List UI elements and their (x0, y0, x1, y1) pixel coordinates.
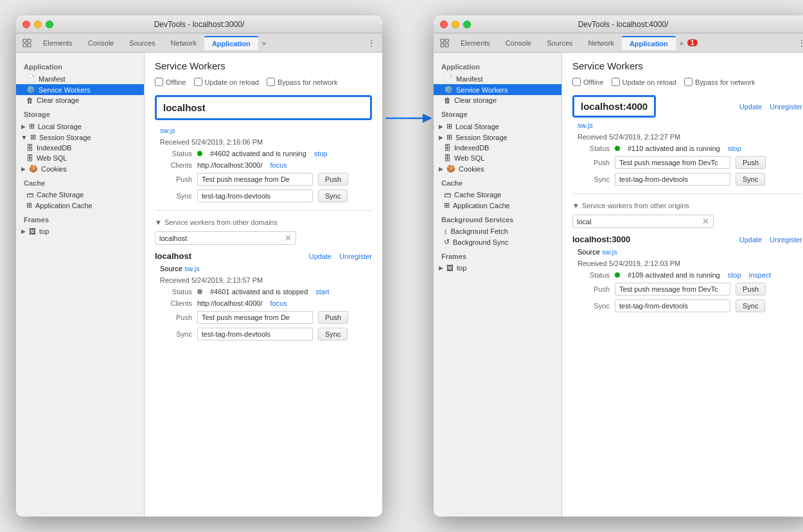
sync-button-p2[interactable]: Sync (736, 173, 765, 186)
search-input-2[interactable] (577, 218, 702, 226)
push-button-1[interactable]: Push (318, 173, 348, 186)
sw-js-link-2[interactable]: sw.js (184, 265, 200, 272)
sidebar-item-clearstorage-1[interactable]: 🗑 Clear storage (16, 95, 144, 105)
localhost4000-label-2: localhost:4000 (581, 101, 648, 112)
sidebar-item-websql-2[interactable]: 🗄 Web SQL (434, 153, 561, 163)
sw-js-link-1[interactable]: sw.js (160, 127, 175, 134)
tab-console-2[interactable]: Console (498, 37, 539, 49)
tab-more-2[interactable]: » (677, 37, 686, 49)
tab-menu-1[interactable]: ⋮ (363, 38, 380, 48)
sw-stop-link-3[interactable]: stop (728, 271, 741, 279)
sw-js-link-primary-2[interactable]: sw.js (578, 121, 593, 129)
sync-button-1[interactable]: Sync (318, 190, 348, 202)
push-button-2[interactable]: Push (318, 311, 348, 324)
sidebar-item-cachestorage-2[interactable]: 🗃 Cache Storage (434, 190, 561, 200)
search-clear-1[interactable]: ✕ (285, 233, 292, 243)
tab-network-2[interactable]: Network (581, 37, 622, 49)
arrow-icon-ss2: ▶ (439, 134, 443, 141)
tab-elements-1[interactable]: Elements (35, 37, 80, 49)
sync-input-1[interactable] (197, 190, 313, 202)
sidebar-item-localstorage-2[interactable]: ▶ ⊞ Local Storage (434, 121, 561, 132)
tab-more-1[interactable]: » (260, 37, 269, 49)
sidebar-item-appcache-2[interactable]: ⊞ Application Cache (434, 200, 561, 211)
window-title-2: DevTools - localhost:4000/ (578, 20, 669, 29)
close-button-1[interactable] (22, 21, 30, 28)
cache-icon-2: 🗃 (444, 191, 451, 199)
sidebar-item-cookies-1[interactable]: ▶ 🍪 Cookies (16, 163, 144, 174)
tab-menu-2[interactable]: ⋮ (793, 38, 803, 48)
sw-focus-link-2[interactable]: focus (270, 299, 287, 307)
offline-checkbox-1[interactable]: Offline (155, 78, 186, 86)
sw-stop-link-p2[interactable]: stop (728, 145, 741, 152)
sidebar-item-serviceworkers-1[interactable]: ⚙️ Service Workers (16, 84, 144, 95)
sync-input-2[interactable] (197, 328, 313, 341)
sw-update-link-1[interactable]: Update (309, 253, 331, 260)
sidebar-item-bgfetch-2[interactable]: ↕ Background Fetch (434, 226, 561, 236)
tab-elements-2[interactable]: Elements (453, 37, 498, 49)
push-input-p2[interactable] (615, 156, 730, 169)
sw-stop-link-1[interactable]: stop (314, 150, 328, 157)
push-button-3[interactable]: Push (736, 283, 766, 296)
search-clear-2[interactable]: ✕ (702, 217, 709, 226)
sidebar-item-manifest-1[interactable]: 📄 Manifest (16, 73, 144, 84)
sidebar-item-manifest-2[interactable]: 📄 Manifest (434, 73, 561, 84)
sidebar-item-bgsync-2[interactable]: ↺ Background Sync (434, 236, 561, 247)
sql-icon-2: 🗄 (444, 154, 451, 162)
update-on-reload-checkbox-2[interactable]: Update on reload (612, 78, 676, 86)
sidebar-item-clearstorage-2[interactable]: 🗑 Clear storage (434, 95, 561, 105)
sync-button-3[interactable]: Sync (736, 299, 765, 312)
sidebar-item-appcache-1[interactable]: ⊞ Application Cache (16, 200, 144, 211)
minimize-button-2[interactable] (452, 21, 459, 28)
push-input-2[interactable] (197, 311, 313, 324)
bypass-checkbox-1[interactable]: Bypass for network (267, 78, 338, 86)
sw-update-link-2[interactable]: Update (739, 236, 762, 244)
sw-update-primary-2[interactable]: Update (739, 103, 762, 111)
push-input-3[interactable] (615, 283, 730, 296)
search-input-1[interactable] (159, 235, 285, 242)
sidebar-item-websql-1[interactable]: 🗄 Web SQL (16, 153, 144, 163)
sw-sync-label-2: Sync (160, 330, 192, 338)
sw-start-link-1[interactable]: start (315, 288, 329, 296)
sidebar-item-cachestorage-1[interactable]: 🗃 Cache Storage (16, 190, 144, 200)
tab-application-2[interactable]: Application (622, 36, 676, 50)
highlighted-box-1: localhost (155, 95, 372, 120)
tab-console-1[interactable]: Console (80, 37, 121, 49)
sw-unregister-primary-2[interactable]: Unregister (770, 103, 802, 111)
update-on-reload-checkbox-1[interactable]: Update on reload (194, 78, 259, 86)
sw-clients-label-1: Clients (160, 161, 192, 169)
sw-push-label-3: Push (578, 285, 610, 293)
sidebar-item-serviceworkers-2[interactable]: ⚙️ Service Workers (434, 84, 561, 95)
tab-application-1[interactable]: Application (204, 36, 258, 50)
traffic-lights-2[interactable] (440, 21, 471, 28)
sw-js-link-3[interactable]: sw.js (602, 248, 617, 256)
sidebar-item-top-1[interactable]: ▶ 🖼 top (16, 226, 144, 236)
maximize-button-2[interactable] (463, 21, 471, 28)
sidebar-item-sessionstorage-2[interactable]: ▶ ⊞ Session Storage (434, 132, 561, 143)
sync-input-3[interactable] (615, 299, 730, 312)
close-button-2[interactable] (440, 21, 448, 28)
tab-sources-1[interactable]: Sources (121, 37, 163, 49)
push-button-p2[interactable]: Push (736, 156, 766, 169)
tab-network-1[interactable]: Network (163, 37, 204, 49)
maximize-button-1[interactable] (46, 21, 53, 28)
sync-input-p2[interactable] (615, 173, 730, 186)
bypass-checkbox-2[interactable]: Bypass for network (684, 78, 755, 86)
offline-checkbox-2[interactable]: Offline (572, 78, 604, 86)
sw-focus-link-1[interactable]: focus (270, 161, 287, 169)
sw-source-2: Source sw.js (155, 265, 372, 272)
sidebar-item-sessionstorage-1[interactable]: ▼ ⊞ Session Storage (16, 132, 144, 143)
sidebar-item-cookies-2[interactable]: ▶ 🍪 Cookies (434, 163, 561, 174)
sidebar-item-top-2[interactable]: ▶ 🖼 top (434, 263, 561, 273)
sync-button-2[interactable]: Sync (318, 328, 348, 341)
sidebar-item-localstorage-1[interactable]: ▶ ⊞ Local Storage (16, 121, 144, 132)
sidebar-item-indexeddb-2[interactable]: 🗄 IndexedDB (434, 143, 561, 153)
traffic-lights-1[interactable] (22, 21, 53, 28)
sw-unregister-link-1[interactable]: Unregister (339, 253, 372, 260)
sw-source-primary-2: sw.js (572, 121, 802, 129)
push-input-1[interactable] (197, 173, 313, 186)
tab-sources-2[interactable]: Sources (539, 37, 580, 49)
sidebar-item-indexeddb-1[interactable]: 🗄 IndexedDB (16, 143, 144, 153)
sw-unregister-link-2[interactable]: Unregister (770, 236, 802, 244)
sw-inspect-link-3[interactable]: inspect (749, 271, 772, 279)
minimize-button-1[interactable] (34, 21, 42, 28)
